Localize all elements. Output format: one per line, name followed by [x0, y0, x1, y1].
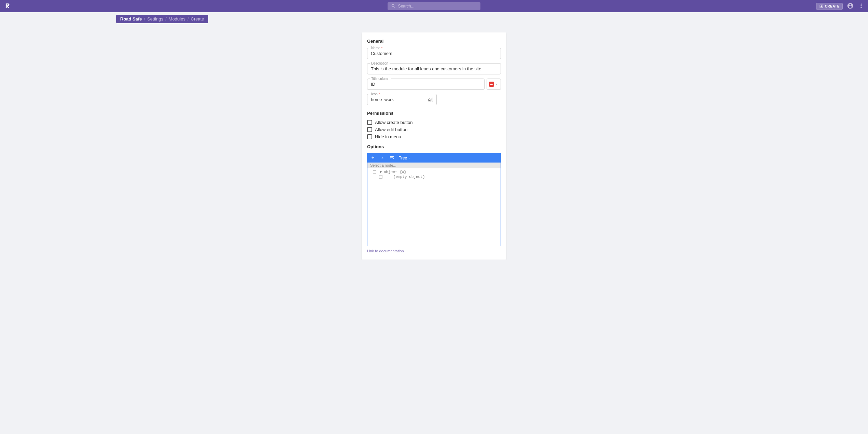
main-card: General Name * Description Title column … [362, 32, 506, 260]
title-column-wrapper: Title column [367, 79, 485, 90]
name-field-wrapper: Name * [367, 48, 501, 59]
sort-icon[interactable] [389, 155, 395, 162]
breadcrumb: Road Safe / Settings / Modules / Create [116, 15, 208, 23]
breadcrumb-row: Road Safe / Settings / Modules / Create [0, 15, 868, 23]
breadcrumb-item-modules[interactable]: Modules [169, 16, 185, 22]
chevron-down-icon [495, 83, 499, 86]
collapse-all-icon[interactable] [380, 155, 385, 162]
allow-edit-checkbox[interactable] [367, 127, 372, 132]
hide-menu-checkbox-row[interactable]: Hide in menu [367, 134, 501, 139]
allow-create-checkbox[interactable] [367, 120, 372, 125]
create-button-label: CREATE [825, 4, 840, 8]
description-field-wrapper: Description [367, 63, 501, 74]
search-icon [391, 3, 396, 9]
logo[interactable] [5, 3, 11, 10]
json-context-menu-icon[interactable] [379, 175, 382, 179]
red-indicator-icon: ••• [489, 82, 494, 87]
options-header: Options [367, 144, 501, 149]
search-box[interactable] [388, 2, 480, 10]
icon-field-wrapper: Icon * [367, 94, 437, 105]
app-header: CREATE [0, 0, 868, 12]
breadcrumb-separator: / [165, 16, 167, 22]
title-column-row: Title column ••• [367, 79, 501, 90]
json-editor: Tree Select a node... ▼ object {0} (empt… [367, 153, 501, 246]
allow-create-checkbox-row[interactable]: Allow create button [367, 120, 501, 125]
json-toolbar: Tree [367, 154, 501, 163]
options-section: Options Tree Select a node... [367, 144, 501, 253]
name-input[interactable] [367, 48, 501, 59]
allow-create-label: Allow create button [375, 120, 413, 125]
create-button[interactable]: CREATE [816, 3, 843, 10]
breadcrumb-item-settings[interactable]: Settings [147, 16, 163, 22]
expand-all-icon[interactable] [370, 155, 376, 162]
json-row-object[interactable]: ▼ object {0} [369, 170, 499, 174]
search-input[interactable] [398, 4, 477, 9]
allow-edit-label: Allow edit button [375, 127, 407, 132]
icon-field-row: Icon * [367, 94, 501, 105]
icon-input[interactable] [371, 97, 428, 102]
json-empty-label: (empty object) [393, 175, 425, 179]
json-node-search[interactable]: Select a node... [367, 163, 501, 168]
create-plus-icon [819, 4, 824, 9]
json-collapse-icon[interactable]: ▼ [380, 170, 382, 174]
account-icon[interactable] [847, 2, 854, 10]
hide-menu-checkbox[interactable] [367, 134, 372, 139]
general-header: General [367, 39, 501, 44]
breadcrumb-separator: / [187, 16, 189, 22]
name-field-label: Name * [370, 46, 384, 50]
permissions-header: Permissions [367, 111, 501, 116]
title-column-extra-dropdown[interactable]: ••• [487, 79, 501, 90]
tree-mode-dropdown[interactable]: Tree [399, 156, 411, 160]
search-wrapper [388, 2, 480, 10]
breadcrumb-item-roadsafe[interactable]: Road Safe [120, 16, 142, 22]
documentation-link[interactable]: Link to documentation [367, 249, 404, 253]
breadcrumb-item-create[interactable]: Create [191, 16, 204, 22]
chevron-down-icon [408, 157, 411, 159]
json-object-label: object {0} [384, 170, 406, 174]
title-column-label: Title column [370, 77, 391, 81]
header-right: CREATE [816, 2, 865, 10]
hide-menu-label: Hide in menu [375, 134, 401, 139]
json-body: ▼ object {0} (empty object) [367, 168, 501, 246]
json-context-menu-icon[interactable] [373, 170, 376, 174]
allow-edit-checkbox-row[interactable]: Allow edit button [367, 127, 501, 132]
icon-field-label: Icon * [370, 92, 381, 96]
breadcrumb-separator: / [144, 16, 145, 22]
description-field-label: Description [370, 61, 390, 65]
home-work-icon [428, 97, 433, 102]
permissions-section: Permissions Allow create button Allow ed… [367, 111, 501, 139]
json-row-empty[interactable]: (empty object) [369, 174, 499, 179]
more-vert-icon[interactable] [858, 2, 865, 10]
